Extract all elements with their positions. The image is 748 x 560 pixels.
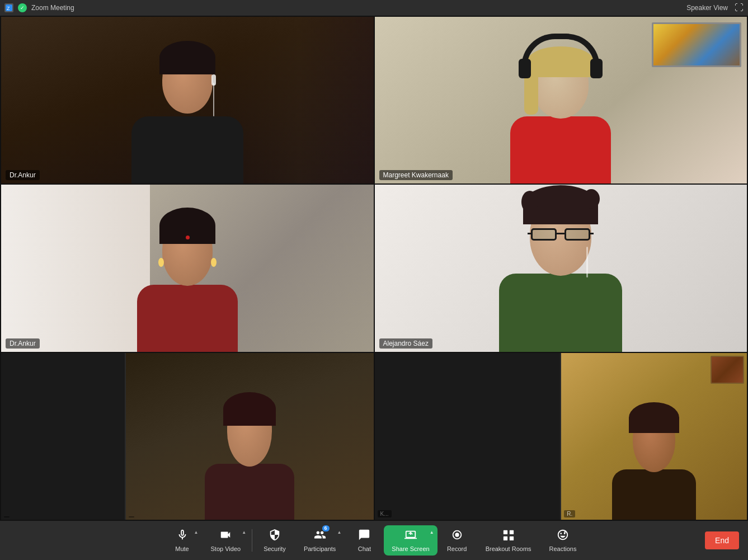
- mute-icon: [176, 529, 189, 543]
- video-cell-6-empty: K...: [375, 353, 561, 520]
- security-button[interactable]: Security: [255, 525, 295, 556]
- zoom-icon: Z: [4, 3, 13, 12]
- share-screen-caret[interactable]: ▲: [430, 530, 434, 535]
- svg-point-3: [455, 533, 459, 537]
- stop-video-caret[interactable]: ▲: [242, 530, 246, 535]
- stop-video-button[interactable]: ▲ Stop Video: [202, 525, 250, 556]
- video-cell-5-empty: [1, 353, 125, 520]
- participants-label: Participants: [304, 545, 336, 552]
- reactions-label: Reactions: [549, 545, 577, 552]
- participant-name-2: Margreet Kwakernaak: [379, 170, 453, 180]
- video-row3-left: [1, 353, 374, 520]
- security-label: Security: [264, 545, 286, 552]
- video-cell-5: [126, 353, 373, 520]
- video-cell-6: R.: [561, 353, 747, 520]
- chat-label: Chat: [358, 545, 371, 552]
- toolbar: ▲ Mute ▲ Stop Video Security ▲: [0, 521, 748, 560]
- window-title: Zoom Meeting: [31, 4, 74, 12]
- title-bar: Z ✓ Zoom Meeting Speaker View ⛶: [0, 0, 748, 16]
- video-cell-1: Dr.Ankur: [1, 17, 374, 183]
- stop-video-icon: [219, 529, 232, 543]
- record-button[interactable]: Record: [437, 525, 477, 556]
- record-icon: [451, 529, 463, 543]
- security-shield-icon: ✓: [18, 3, 27, 12]
- mute-caret[interactable]: ▲: [194, 530, 199, 535]
- video-grid: Dr.Ankur Margreet Kwakernaak: [0, 16, 748, 521]
- record-label: Record: [447, 545, 467, 552]
- breakout-rooms-label: Breakout Rooms: [486, 545, 531, 552]
- share-screen-button[interactable]: ▲ Share Screen: [384, 525, 437, 556]
- fullscreen-button[interactable]: ⛶: [735, 3, 744, 13]
- reactions-button[interactable]: Reactions: [540, 525, 586, 556]
- share-screen-label: Share Screen: [392, 545, 429, 552]
- breakout-rooms-icon: [502, 529, 515, 543]
- participants-caret[interactable]: ▲: [337, 530, 341, 535]
- speaker-view-button[interactable]: Speaker View: [686, 4, 728, 12]
- participant-name-4: Alejandro Sáez: [379, 338, 432, 349]
- participant-name-3: Dr.Ankur: [6, 338, 40, 349]
- stop-video-label: Stop Video: [211, 545, 241, 552]
- video-row3-right: K... R.: [375, 353, 747, 520]
- share-screen-icon: [404, 529, 417, 543]
- participant-name-1: Dr.Ankur: [6, 170, 40, 180]
- svg-rect-4: [503, 530, 507, 534]
- svg-rect-5: [509, 530, 513, 534]
- video-cell-3: Dr.Ankur: [1, 185, 374, 351]
- participants-button[interactable]: ▲ 6 Participants: [295, 525, 345, 556]
- end-button[interactable]: End: [705, 531, 739, 549]
- video-cell-2: Margreet Kwakernaak: [375, 17, 747, 183]
- mute-label: Mute: [175, 545, 189, 552]
- svg-text:Z: Z: [7, 6, 10, 11]
- svg-rect-6: [503, 537, 507, 540]
- reactions-icon: [557, 529, 569, 543]
- chat-icon: [358, 529, 370, 543]
- video-cell-4: Alejandro Sáez: [375, 185, 747, 351]
- mute-button[interactable]: ▲ Mute: [163, 525, 202, 556]
- chat-button[interactable]: Chat: [345, 525, 384, 556]
- security-icon: [269, 529, 281, 543]
- svg-rect-7: [509, 537, 513, 540]
- breakout-rooms-button[interactable]: Breakout Rooms: [477, 525, 540, 556]
- participants-count-badge: 6: [322, 525, 330, 531]
- participants-icon: 6: [314, 529, 326, 543]
